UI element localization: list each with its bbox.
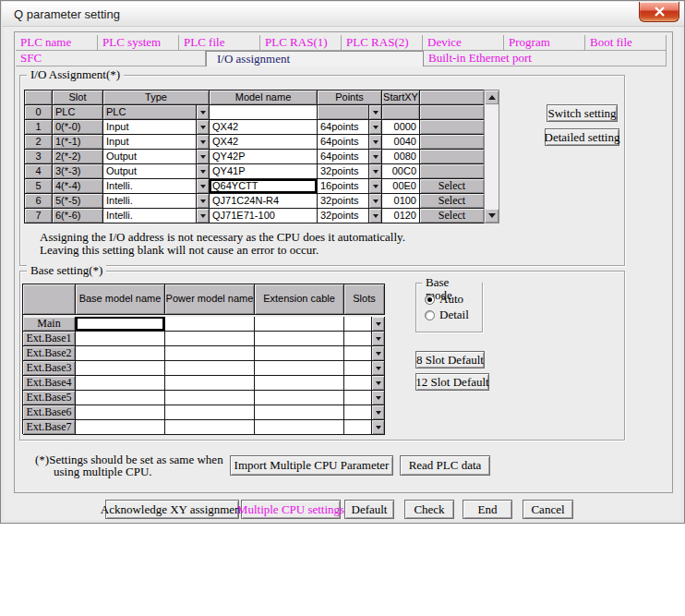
tab-plc-system[interactable]: PLC system — [98, 35, 179, 51]
io-startxy-cell[interactable]: 0000 — [382, 120, 420, 135]
slots-cell[interactable] — [344, 420, 385, 435]
io-table-scrollbar[interactable] — [484, 90, 499, 223]
points-dropdown-button[interactable] — [368, 120, 381, 134]
points-dropdown-button[interactable] — [368, 209, 381, 223]
tab-plc-ras2[interactable]: PLC RAS(2) — [342, 35, 423, 51]
close-button[interactable] — [639, 2, 679, 22]
extension-cable-cell[interactable] — [255, 317, 344, 332]
io-model-cell[interactable]: QJ71E71-100 — [210, 209, 318, 223]
io-type-cell[interactable]: Intelli. — [103, 209, 210, 223]
base-model-cell[interactable] — [76, 332, 165, 346]
io-points-cell[interactable]: 32points — [318, 164, 382, 179]
power-model-cell[interactable] — [165, 391, 255, 405]
slots-cell[interactable] — [344, 391, 385, 405]
io-startxy-cell[interactable] — [382, 105, 420, 120]
base-model-cell[interactable] — [76, 391, 165, 405]
io-model-cell[interactable]: QY41P — [210, 164, 318, 179]
slots-dropdown-button[interactable] — [371, 361, 384, 375]
slots-dropdown-button[interactable] — [371, 332, 384, 345]
scroll-down-button[interactable] — [485, 209, 499, 223]
type-dropdown-button[interactable] — [196, 209, 209, 223]
type-dropdown-button[interactable] — [196, 150, 209, 163]
tab-plc-file[interactable]: PLC file — [179, 35, 260, 51]
extension-cable-cell[interactable] — [255, 346, 344, 361]
points-dropdown-button[interactable] — [368, 179, 381, 193]
slots-cell[interactable] — [344, 317, 385, 332]
base-model-cell[interactable] — [76, 361, 165, 376]
extension-cable-cell[interactable] — [255, 332, 344, 346]
io-type-cell[interactable]: Output — [103, 150, 210, 164]
io-model-cell[interactable]: QX42 — [210, 120, 318, 135]
scroll-up-button[interactable] — [485, 91, 499, 104]
tab-device[interactable]: Device — [423, 35, 504, 51]
io-startxy-cell[interactable]: 0040 — [382, 135, 420, 150]
check-button[interactable]: Check — [404, 500, 454, 519]
io-startxy-cell[interactable]: 00C0 — [382, 164, 420, 179]
tab-sfc[interactable]: SFC — [16, 51, 206, 66]
io-points-cell[interactable]: 64points — [318, 135, 382, 150]
points-dropdown-button[interactable] — [368, 194, 381, 208]
power-model-cell[interactable] — [165, 332, 255, 346]
slot-default-8-button[interactable]: 8 Slot Default — [415, 351, 485, 368]
io-type-cell[interactable]: Output — [103, 164, 210, 179]
base-model-cell-focused[interactable] — [76, 317, 165, 332]
select-button[interactable]: Select — [420, 179, 485, 194]
multiple-cpu-settings-button[interactable]: Multiple CPU settings — [241, 500, 341, 519]
power-model-cell[interactable] — [165, 361, 255, 376]
slots-dropdown-button[interactable] — [371, 391, 384, 405]
io-type-cell[interactable]: PLC — [103, 105, 210, 120]
end-button[interactable]: End — [463, 500, 512, 519]
tab-program[interactable]: Program — [504, 35, 585, 51]
base-mode-auto-radio[interactable] — [425, 295, 435, 305]
power-model-cell[interactable] — [165, 346, 255, 361]
io-model-cell[interactable] — [210, 105, 318, 120]
detailed-setting-button[interactable]: Detailed setting — [545, 128, 619, 146]
io-points-cell[interactable] — [318, 105, 382, 120]
base-model-cell[interactable] — [76, 346, 165, 361]
points-dropdown-button[interactable] — [368, 105, 381, 119]
default-button[interactable]: Default — [344, 500, 394, 519]
points-dropdown-button[interactable] — [368, 150, 381, 163]
io-type-cell[interactable]: Input — [103, 120, 210, 135]
switch-setting-button[interactable]: Switch setting — [547, 104, 618, 122]
type-dropdown-button[interactable] — [196, 179, 209, 193]
points-dropdown-button[interactable] — [368, 164, 381, 178]
io-type-cell[interactable]: Input — [103, 135, 210, 150]
tab-io-assignment[interactable]: I/O assignment — [206, 51, 424, 66]
io-model-cell[interactable]: QX42 — [210, 135, 318, 150]
points-dropdown-button[interactable] — [368, 135, 381, 149]
base-model-cell[interactable] — [76, 376, 165, 391]
slots-cell[interactable] — [344, 361, 385, 376]
io-startxy-cell[interactable]: 0100 — [382, 194, 420, 209]
slots-dropdown-button[interactable] — [371, 376, 384, 390]
base-mode-detail-radio[interactable] — [425, 310, 435, 320]
base-model-cell[interactable] — [76, 420, 165, 435]
power-model-cell[interactable] — [165, 420, 255, 435]
type-dropdown-button[interactable] — [196, 194, 209, 208]
type-dropdown-button[interactable] — [196, 105, 209, 119]
io-type-cell[interactable]: Intelli. — [103, 194, 210, 209]
select-button[interactable]: Select — [420, 194, 485, 209]
type-dropdown-button[interactable] — [196, 135, 209, 149]
slots-cell[interactable] — [344, 405, 385, 420]
read-plc-data-button[interactable]: Read PLC data — [400, 455, 490, 476]
extension-cable-cell[interactable] — [255, 405, 344, 420]
io-model-cell[interactable]: QJ71C24N-R4 — [210, 194, 318, 209]
tab-plc-ras1[interactable]: PLC RAS(1) — [260, 35, 342, 51]
base-model-cell[interactable] — [76, 405, 165, 420]
tab-plc-name[interactable]: PLC name — [16, 35, 98, 51]
select-button[interactable]: Select — [420, 209, 485, 223]
slots-cell[interactable] — [344, 346, 385, 361]
extension-cable-cell[interactable] — [255, 420, 344, 435]
io-points-cell[interactable]: 32points — [318, 209, 382, 223]
slot-default-12-button[interactable]: 12 Slot Default — [415, 373, 489, 391]
slots-dropdown-button[interactable] — [371, 405, 384, 419]
io-model-cell-focused[interactable]: Q64YCTT — [210, 179, 318, 194]
extension-cable-cell[interactable] — [255, 361, 344, 376]
io-points-cell[interactable]: 64points — [318, 120, 382, 135]
slots-cell[interactable] — [344, 376, 385, 391]
power-model-cell[interactable] — [165, 405, 255, 420]
slots-cell[interactable] — [344, 332, 385, 346]
import-multiple-cpu-parameter-button[interactable]: Import Multiple CPU Parameter — [230, 455, 393, 476]
io-points-cell[interactable]: 64points — [318, 150, 382, 164]
